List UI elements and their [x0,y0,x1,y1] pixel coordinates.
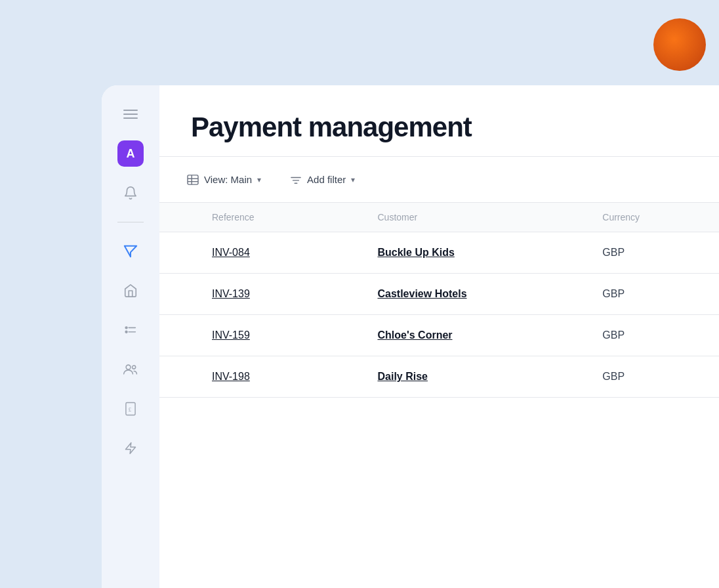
currency-value: GBP [602,371,625,382]
col-reference: Reference [159,203,346,232]
svg-text:£: £ [129,406,132,413]
filter-chevron-icon: ▾ [351,175,355,184]
svg-point-0 [125,327,127,329]
table-row: INV-139 Castleview Hotels GBP [159,274,719,315]
sidebar-item-team[interactable] [117,356,144,383]
lightning-icon [124,441,137,455]
svg-point-2 [125,331,127,333]
filter-icon [290,175,302,185]
reference-link[interactable]: INV-198 [212,371,250,382]
reference-link[interactable]: INV-084 [212,247,250,258]
currency-value: GBP [602,329,625,341]
svg-point-4 [126,365,131,369]
table-row: INV-159 Chloe's Corner GBP [159,315,719,356]
payment-table: Reference Customer Currency INV-084 Buck… [159,203,719,398]
currency-value: GBP [602,288,625,299]
content-area: Payment management View: Main ▾ [159,85,719,588]
sidebar-item-menu[interactable] [117,101,144,127]
main-card: Payment management View: Main ▾ [102,85,719,588]
table-row: INV-084 Buckle Up Kids GBP [159,232,719,274]
table-container: Reference Customer Currency INV-084 Buck… [159,203,719,588]
sidebar-item-filter[interactable] [117,238,144,264]
view-label: View: Main [204,174,252,185]
table-icon [187,175,199,185]
sidebar-item-avatar[interactable]: A [117,140,144,167]
sidebar-item-invoice[interactable]: £ [117,396,144,422]
sidebar-item-notifications[interactable] [117,180,144,206]
toolbar: View: Main ▾ Add filter ▾ [159,157,719,203]
decorative-orb [653,18,706,71]
bell-icon [123,186,138,200]
sidebar-divider-1 [117,222,144,222]
table-row: INV-198 Daily Rise GBP [159,356,719,398]
sidebar-item-home[interactable] [117,278,144,304]
table-body: INV-084 Buckle Up Kids GBP INV-139 Castl… [159,232,719,398]
col-customer: Customer [346,203,571,232]
filter-y-icon [123,244,138,259]
reference-link[interactable]: INV-139 [212,288,250,299]
chevron-down-icon: ▾ [257,175,261,184]
currency-value: GBP [602,247,625,258]
svg-rect-8 [188,175,198,184]
sidebar-item-lightning[interactable] [117,435,144,461]
filter-label: Add filter [307,174,346,185]
customer-link[interactable]: Castleview Hotels [377,288,466,299]
customer-link[interactable]: Chloe's Corner [377,329,452,341]
home-icon [123,284,138,298]
invoice-icon: £ [124,402,137,416]
page-header: Payment management [159,85,719,157]
avatar-label: A [127,147,135,161]
svg-point-5 [133,366,136,369]
sidebar: A [102,85,159,588]
team-icon [123,362,138,377]
table-header: Reference Customer Currency [159,203,719,232]
checklist-icon [123,323,138,337]
page-title: Payment management [191,112,688,143]
customer-link[interactable]: Buckle Up Kids [377,247,454,258]
menu-icon [123,110,138,119]
add-filter-button[interactable]: Add filter ▾ [283,170,361,189]
view-selector[interactable]: View: Main ▾ [180,170,268,189]
col-currency: Currency [571,203,719,232]
sidebar-item-checklist[interactable] [117,317,144,343]
reference-link[interactable]: INV-159 [212,329,250,341]
customer-link[interactable]: Daily Rise [377,371,427,382]
